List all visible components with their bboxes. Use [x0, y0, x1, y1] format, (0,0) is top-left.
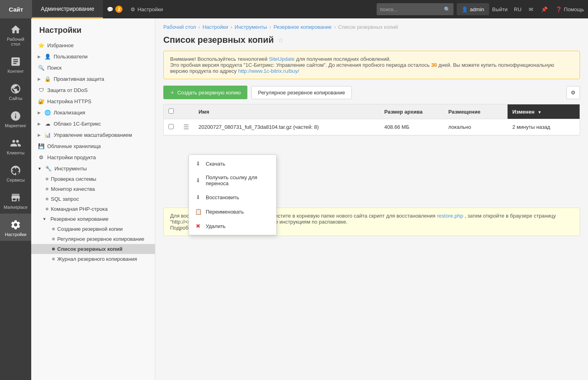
sidebar-subitem-backup-section[interactable]: ▼ Резервное копирование	[31, 214, 155, 224]
sidebar-item-settings[interactable]: Настройки	[0, 214, 31, 241]
alert-trial: Это пробная версия продукта "1С-Битрикс:…	[170, 62, 431, 68]
col-size: Размер архива	[379, 104, 444, 119]
gear-icon: ⚙	[130, 6, 135, 12]
context-menu-rename[interactable]: 📋 Переименовать	[189, 204, 276, 219]
settings-topnav-btn[interactable]: ⚙ Настройки	[126, 0, 167, 18]
sidebar-item-marketplace[interactable]: Marketplace	[0, 186, 31, 214]
dot-icon	[52, 238, 55, 240]
breadcrumb-sep: ›	[199, 24, 200, 30]
breadcrumb-desktop[interactable]: Рабочий стол	[163, 24, 196, 30]
sidebar-item-product-settings[interactable]: ⚙ Настройки продукта	[31, 152, 155, 163]
favorite-star-icon[interactable]: ☆	[278, 36, 283, 44]
dot-icon	[46, 198, 48, 200]
sidebar-item-locale[interactable]: ▶ 🌐 Локализация	[31, 107, 155, 118]
messages-btn[interactable]: 💬 2	[103, 0, 126, 18]
arrow-icon: ▶	[38, 110, 41, 115]
gear-settings-btn[interactable]: ⚙	[566, 86, 580, 99]
breadcrumb: Рабочий стол › Настройки › Инструменты ›…	[155, 18, 588, 32]
sidebar-item-desktop[interactable]: Рабочий стол	[0, 18, 31, 50]
context-menu-row: ⬇ Скачать ⬇ Получить ссылку для переноса…	[164, 135, 580, 136]
sidebar-item-content[interactable]: Контент	[0, 50, 31, 78]
table-row: ☰ 20200727_080731_full_73da8104.tar.gz (…	[164, 119, 580, 135]
toolbar: ＋ Создать резервную копию Регулярное рез…	[163, 86, 580, 99]
col-location: Размещение	[444, 104, 508, 119]
buy-link[interactable]: http://www.1c-bitrix.ru/buy/	[238, 68, 299, 74]
sidebar-item-cloud[interactable]: ▶ ☁ Облако 1С-Битрикс	[31, 118, 155, 129]
context-menu-delete[interactable]: ✖ Удалить	[189, 219, 276, 233]
sidebar-subitem-create-backup[interactable]: Создание резервной копии	[31, 224, 155, 234]
sidebar-item-https[interactable]: 🔐 Настройка HTTPS	[31, 96, 155, 107]
sidebar-item-cloud-storage[interactable]: 💾 Облачные хранилища	[31, 140, 155, 152]
locale-icon: 🌐	[44, 109, 51, 116]
sidebar-item-clients[interactable]: Клиенты	[0, 132, 31, 159]
plus-icon: ＋	[170, 89, 175, 96]
col-name: Имя	[194, 104, 379, 119]
sidebar-item-services[interactable]: Сервисы	[0, 159, 31, 186]
sidebar-subitem-phpcmd[interactable]: Командная PHP-строка	[31, 204, 155, 214]
help-btn[interactable]: ❓ Помощь	[552, 0, 588, 18]
page-header: Список резервных копий ☆	[155, 32, 588, 51]
sidebar-subitem-syschk[interactable]: Проверка системы	[31, 174, 155, 184]
sidebar-item-marketing[interactable]: Маркетинг	[0, 105, 31, 132]
page-title: Список резервных копий	[163, 35, 274, 45]
sidebar-subitem-regular-backup[interactable]: Регулярное резервное копирование	[31, 234, 155, 244]
arrow-down-icon: ▼	[42, 217, 46, 221]
sidebar-item-proactive[interactable]: ▶ 🔒 Проактивная защита	[31, 73, 155, 84]
pin-icon[interactable]: 📌	[537, 0, 552, 18]
messages2-icon[interactable]: ✉	[525, 0, 537, 18]
rename-icon: 📋	[195, 208, 202, 215]
alert-attention: Внимание! Воспользуйтесь технологией	[170, 56, 269, 62]
link-icon: ⬇	[195, 177, 202, 184]
row-location-cell: локально	[444, 119, 508, 135]
arrow-icon: ▶	[38, 54, 41, 59]
sidebar-subitem-sql[interactable]: SQL запрос	[31, 194, 155, 204]
arrow-icon: ▶	[38, 122, 41, 126]
context-menu-restore[interactable]: ⬇ Восстановить	[189, 190, 276, 204]
breadcrumb-backup[interactable]: Резервное копирование	[273, 24, 331, 30]
dot-icon	[46, 178, 48, 180]
content-area: Рабочий стол › Настройки › Инструменты ›…	[155, 18, 588, 380]
context-menu: ⬇ Скачать ⬇ Получить ссылку для переноса…	[189, 154, 277, 235]
select-all-checkbox[interactable]	[169, 108, 174, 114]
breadcrumb-settings[interactable]: Настройки	[203, 24, 228, 30]
user-btn[interactable]: 👤 admin	[457, 3, 489, 15]
sidebar-subitem-backup-list[interactable]: Список резервных копий	[31, 244, 155, 254]
col-checkbox	[164, 104, 179, 119]
row-menu-icon[interactable]: ☰	[183, 124, 189, 130]
sidebar-item-tools[interactable]: ▼ 🔧 Инструменты	[31, 163, 155, 174]
admin-tab[interactable]: Администрирование	[32, 0, 103, 18]
context-menu-get-link[interactable]: ⬇ Получить ссылку для переноса	[189, 171, 276, 190]
search-input[interactable]	[380, 6, 444, 12]
sidebar-item-sites[interactable]: Сайты	[0, 78, 31, 105]
sidebar-item-scaling[interactable]: ▶ 📊 Управление масштабированием	[31, 129, 155, 140]
regular-backup-btn[interactable]: Регулярное резервное копирование	[251, 86, 352, 99]
main-sidebar: Настройки ⭐ Избранное ▶ 👤 Пользователи 🔍…	[31, 18, 155, 380]
sidebar-item-users[interactable]: ▶ 👤 Пользователи	[31, 51, 155, 62]
cloud-icon: ☁	[44, 120, 51, 127]
top-navigation: Сайт Администрирование 💬 2 ⚙ Настройки 🔍…	[0, 0, 588, 18]
breadcrumb-sep: ›	[334, 24, 335, 30]
restore-php-link[interactable]: restore.php	[437, 213, 463, 219]
dot-icon	[52, 228, 55, 230]
users-icon: 👤	[44, 53, 51, 60]
site-tab[interactable]: Сайт	[0, 0, 32, 18]
arrow-icon: ▶	[38, 77, 41, 81]
sidebar-item-ddos[interactable]: 🛡 Защита от DDoS	[31, 84, 155, 96]
lang-btn[interactable]: RU	[511, 6, 525, 12]
col-modified[interactable]: Изменен ▼	[508, 104, 580, 119]
sidebar-subitem-quality[interactable]: Монитор качества	[31, 184, 155, 194]
sidebar-subitem-backup-log[interactable]: Журнал резервного копирования	[31, 254, 155, 264]
restore-icon: ⬇	[195, 194, 202, 201]
breadcrumb-current: Список резервных копий	[338, 24, 398, 30]
create-backup-btn[interactable]: ＋ Создать резервную копию	[163, 86, 247, 99]
siteupdate-link[interactable]: SiteUpdate	[269, 56, 295, 62]
ddos-icon: 🛡	[38, 86, 45, 94]
col-menu	[179, 104, 194, 119]
sidebar-item-favorites[interactable]: ⭐ Избранное	[31, 40, 155, 51]
row-checkbox[interactable]	[169, 124, 174, 129]
sidebar-item-search[interactable]: 🔍 Поиск	[31, 62, 155, 73]
row-menu-cell: ☰	[179, 119, 194, 135]
breadcrumb-tools[interactable]: Инструменты	[235, 24, 267, 30]
logout-btn[interactable]: Выйти	[489, 6, 511, 12]
context-menu-download[interactable]: ⬇ Скачать	[189, 156, 276, 171]
